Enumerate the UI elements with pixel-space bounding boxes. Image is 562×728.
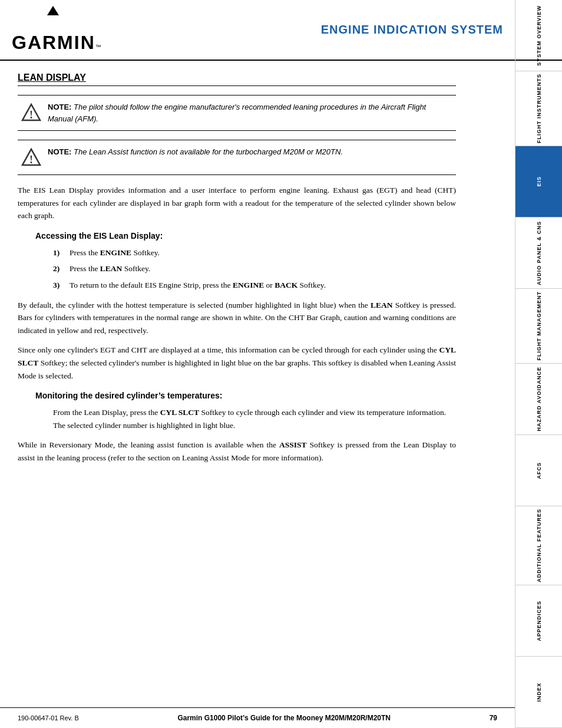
note2-label: NOTE: (48, 147, 71, 156)
footer-page-number: 79 (490, 714, 497, 722)
sidebar-label-appendices: APPENDICES (536, 601, 542, 641)
step3-bold2: BACK (275, 281, 297, 289)
step2-bold: LEAN (100, 264, 123, 273)
note-text-2: NOTE: The Lean Assist function is not av… (48, 146, 343, 158)
sidebar-item-eis[interactable]: EIS (515, 146, 562, 218)
sidebar-item-flight-instruments[interactable]: FLIGHT INSTRUMENTS (515, 71, 562, 146)
footer-doc-number: 190-00647-01 Rev. B (18, 714, 79, 722)
sidebar-label-audio-panel: AUDIO PANEL & CNS (536, 221, 542, 285)
page-header: GARMIN ™ ENGINE INDICATION SYSTEM (0, 0, 562, 61)
step-num-3: 3) (53, 279, 65, 292)
section-title: LEAN DISPLAY (18, 73, 456, 86)
svg-text:!: ! (29, 154, 33, 166)
sidebar-item-flight-management[interactable]: FLIGHT MANAGEMENT (515, 289, 562, 364)
list-item-3: 3) To return to the default EIS Engine S… (53, 279, 456, 292)
sidebar-item-audio-panel[interactable]: AUDIO PANEL & CNS (515, 218, 562, 289)
sidebar-label-flight-instruments: FLIGHT INSTRUMENTS (536, 74, 542, 143)
para2-lean-bold: LEAN (371, 301, 393, 309)
sidebar-label-additional-features: ADDITIONAL FEATURES (536, 509, 542, 582)
sidebar-label-index: INDEX (536, 683, 542, 702)
list-item-2: 2) Press the LEAN Softkey. (53, 262, 456, 275)
para3-cylslct-bold: CYL SLCT (18, 345, 456, 367)
step1-bold: ENGINE (100, 248, 131, 257)
note-box-1: ! NOTE: The pilot should follow the engi… (18, 95, 456, 131)
note1-label: NOTE: (48, 103, 71, 111)
logo-tm: ™ (95, 44, 101, 50)
step-text-1: Press the ENGINE Softkey. (70, 246, 160, 259)
logo-area: GARMIN ™ (12, 6, 101, 54)
sidebar-item-additional-features[interactable]: ADDITIONAL FEATURES (515, 506, 562, 585)
steps-list: 1) Press the ENGINE Softkey. 2) Press th… (53, 246, 456, 292)
body-paragraph-1: The EIS Lean Display provides informatio… (18, 184, 456, 222)
para4-assist-bold: ASSIST (279, 440, 307, 449)
sidebar-label-system-overview: SYSTEM OVERVIEW (536, 5, 542, 66)
indented-cylslct-bold: CYL SLCT (160, 408, 199, 417)
body-paragraph-3: Since only one cylinder's EGT and CHT ar… (18, 344, 456, 382)
step-num-2: 2) (53, 262, 65, 275)
sub-heading-1: Accessing the EIS Lean Display: (35, 231, 456, 241)
logo-text: GARMIN (12, 32, 95, 54)
page-footer: 190-00647-01 Rev. B Garmin G1000 Pilot’s… (0, 707, 515, 728)
body-paragraph-4: While in Reversionary Mode, the leaning … (18, 439, 456, 464)
note-box-2: ! NOTE: The Lean Assist function is not … (18, 140, 456, 175)
sidebar-label-eis: EIS (536, 176, 542, 187)
body-paragraph-2: By default, the cylinder with the hottes… (18, 299, 456, 337)
main-content: LEAN DISPLAY ! NOTE: The pilot should fo… (0, 61, 515, 483)
step3-bold1: ENGINE (233, 281, 264, 289)
sidebar-label-hazard-avoidance: HAZARD AVOIDANCE (536, 367, 542, 431)
note-icon-2: ! (21, 147, 42, 169)
sidebar-label-afcs: AFCS (536, 462, 542, 479)
sidebar-label-flight-management: FLIGHT MANAGEMENT (536, 291, 542, 361)
list-item-1: 1) Press the ENGINE Softkey. (53, 246, 456, 259)
sub-heading-2: Monitoring the desired cylinder’s temper… (35, 391, 456, 400)
indented-paragraph: From the Lean Display, press the CYL SLC… (53, 406, 456, 431)
logo-triangle-icon (47, 6, 59, 15)
note-icon-1: ! (21, 103, 42, 124)
footer-title: Garmin G1000 Pilot’s Guide for the Moone… (177, 714, 391, 722)
sidebar-item-system-overview[interactable]: SYSTEM OVERVIEW (515, 0, 562, 71)
note2-body: The Lean Assist function is not availabl… (71, 147, 343, 156)
sidebar-item-index[interactable]: INDEX (515, 657, 562, 728)
step-text-2: Press the LEAN Softkey. (70, 262, 150, 275)
sidebar-item-appendices[interactable]: APPENDICES (515, 585, 562, 657)
sidebar-item-afcs[interactable]: AFCS (515, 435, 562, 506)
note1-body: The pilot should follow the engine manuf… (48, 103, 426, 123)
sidebar-item-hazard-avoidance[interactable]: HAZARD AVOIDANCE (515, 364, 562, 435)
note-text-1: NOTE: The pilot should follow the engine… (48, 101, 453, 124)
step-num-1: 1) (53, 246, 65, 259)
right-sidebar: SYSTEM OVERVIEW FLIGHT INSTRUMENTS EIS A… (515, 0, 562, 728)
step-text-3: To return to the default EIS Engine Stri… (70, 279, 326, 292)
header-title: ENGINE INDICATION SYSTEM (321, 23, 503, 37)
svg-text:!: ! (29, 109, 33, 121)
